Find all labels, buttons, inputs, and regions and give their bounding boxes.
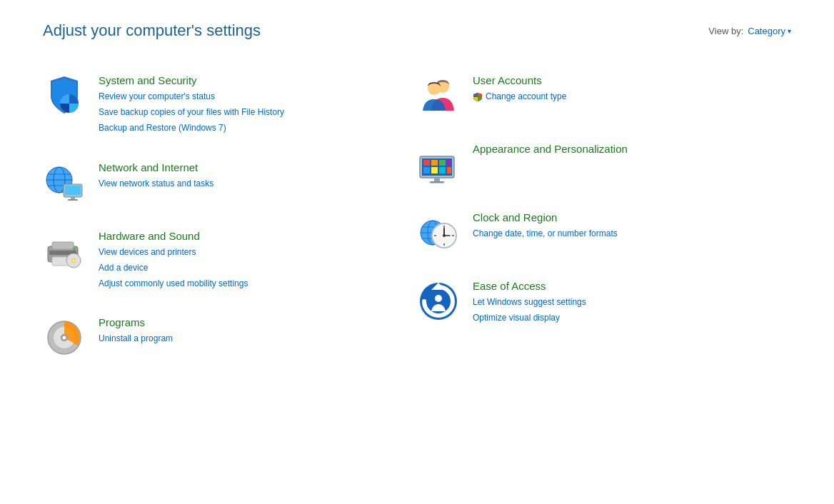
ease-of-access-text: Ease of Access Let Windows suggest setti… xyxy=(473,280,586,325)
right-column: User Accounts xyxy=(417,61,791,372)
ease-of-access-name[interactable]: Ease of Access xyxy=(473,280,586,292)
programs-name[interactable]: Programs xyxy=(99,316,173,328)
svg-point-54 xyxy=(435,295,442,302)
svg-rect-30 xyxy=(439,160,446,166)
uac-shield-icon xyxy=(473,92,483,102)
appearance-personalization-icon xyxy=(417,143,460,186)
user-accounts-name[interactable]: User Accounts xyxy=(473,74,566,86)
chevron-down-icon: ▾ xyxy=(788,27,791,35)
clock-region-icon xyxy=(417,211,460,254)
category-hardware-sound[interactable]: Hardware and Sound View devices and prin… xyxy=(43,217,417,304)
svg-rect-7 xyxy=(65,186,81,195)
network-internet-icon xyxy=(43,161,86,204)
hardware-sound-name[interactable]: Hardware and Sound xyxy=(99,230,248,242)
hardware-sound-text: Hardware and Sound View devices and prin… xyxy=(99,230,248,291)
clock-region-name[interactable]: Clock and Region xyxy=(473,211,618,223)
appearance-personalization-text: Appearance and Personalization xyxy=(473,143,628,156)
system-security-icon xyxy=(43,74,86,117)
hardware-sound-link-1[interactable]: View devices and printers xyxy=(99,246,248,259)
clock-region-link-1[interactable]: Change date, time, or number formats xyxy=(473,227,618,241)
category-clock-region[interactable]: Clock and Region Change date, time, or n… xyxy=(417,198,791,267)
svg-rect-29 xyxy=(431,160,438,166)
programs-icon xyxy=(43,316,86,359)
hardware-sound-icon xyxy=(43,230,86,273)
programs-text: Programs Uninstall a program xyxy=(99,316,173,346)
svg-point-17 xyxy=(73,259,75,261)
appearance-personalization-name[interactable]: Appearance and Personalization xyxy=(473,143,628,155)
system-security-link-3[interactable]: Backup and Restore (Windows 7) xyxy=(99,121,284,135)
user-accounts-text: User Accounts xyxy=(473,74,566,104)
system-security-name[interactable]: System and Security xyxy=(99,74,284,86)
svg-rect-35 xyxy=(447,167,451,173)
view-by-label: View by: xyxy=(708,26,743,36)
network-internet-link-1[interactable]: View network status and tasks xyxy=(99,177,213,191)
left-column: System and Security Review your computer… xyxy=(43,61,417,372)
category-programs[interactable]: Programs Uninstall a program xyxy=(43,303,417,372)
svg-rect-31 xyxy=(447,160,451,166)
svg-rect-28 xyxy=(423,160,430,166)
system-security-text: System and Security Review your computer… xyxy=(99,74,284,136)
svg-rect-34 xyxy=(439,167,446,173)
svg-rect-33 xyxy=(431,167,438,173)
view-by-control: View by: Category ▾ xyxy=(708,26,791,36)
svg-point-23 xyxy=(63,336,66,340)
svg-rect-8 xyxy=(71,197,75,199)
category-system-security[interactable]: System and Security Review your computer… xyxy=(43,61,417,148)
svg-rect-37 xyxy=(430,181,444,183)
programs-link-1[interactable]: Uninstall a program xyxy=(99,332,173,346)
view-by-value-text: Category xyxy=(748,26,785,36)
network-internet-text: Network and Internet View network status… xyxy=(99,161,213,191)
ease-of-access-icon xyxy=(417,280,460,323)
system-security-link-2[interactable]: Save backup copies of your files with Fi… xyxy=(99,106,284,119)
svg-rect-11 xyxy=(52,242,74,249)
main-content: System and Security Review your computer… xyxy=(0,54,834,393)
view-by-dropdown[interactable]: Category ▾ xyxy=(748,26,791,36)
category-network-internet[interactable]: Network and Internet View network status… xyxy=(43,148,417,217)
svg-rect-9 xyxy=(68,199,78,201)
system-security-link-1[interactable]: Review your computer's status xyxy=(99,90,284,104)
page-header: Adjust your computer's settings View by:… xyxy=(0,0,834,54)
svg-point-51 xyxy=(443,234,446,237)
user-accounts-link-1[interactable]: Change account type xyxy=(473,90,566,104)
svg-point-14 xyxy=(73,248,76,251)
category-user-accounts[interactable]: User Accounts xyxy=(417,61,791,130)
ease-of-access-link-1[interactable]: Let Windows suggest settings xyxy=(473,296,586,309)
category-appearance-personalization[interactable]: Appearance and Personalization xyxy=(417,130,791,198)
clock-region-text: Clock and Region Change date, time, or n… xyxy=(473,211,618,241)
user-accounts-icon xyxy=(417,74,460,117)
hardware-sound-link-3[interactable]: Adjust commonly used mobility settings xyxy=(99,277,248,291)
svg-rect-32 xyxy=(423,167,430,173)
hardware-sound-link-2[interactable]: Add a device xyxy=(99,261,248,275)
category-ease-of-access[interactable]: Ease of Access Let Windows suggest setti… xyxy=(417,267,791,338)
svg-rect-36 xyxy=(434,178,440,181)
page-title: Adjust your computer's settings xyxy=(43,21,261,40)
ease-of-access-link-2[interactable]: Optimize visual display xyxy=(473,311,586,325)
network-internet-name[interactable]: Network and Internet xyxy=(99,161,213,173)
